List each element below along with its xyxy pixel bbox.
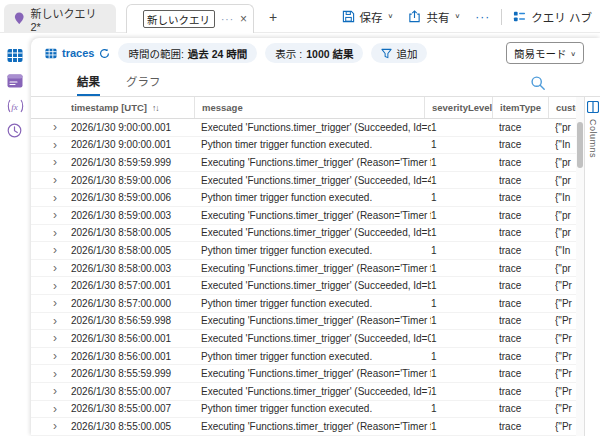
- refresh-icon[interactable]: [99, 48, 110, 59]
- column-header-customdimensions[interactable]: custor: [548, 97, 576, 118]
- query-hub-button[interactable]: クエリ ハブ: [509, 6, 596, 28]
- table-row[interactable]: ›2026/1/30 8:58:00.003Executing 'Functio…: [31, 260, 576, 278]
- row-expand-chevron-icon[interactable]: ›: [45, 139, 71, 151]
- column-header-timestamp[interactable]: timestamp [UTC] ↑↓: [71, 97, 201, 118]
- row-expand-chevron-icon[interactable]: ›: [45, 403, 71, 415]
- row-expand-chevron-icon[interactable]: ›: [45, 350, 71, 362]
- add-filter-pill[interactable]: 追加: [371, 43, 427, 63]
- table-row[interactable]: ›2026/1/30 8:59:59.999Executing 'Functio…: [31, 154, 576, 172]
- time-range-pill[interactable]: 時間の範囲: 過去 24 時間: [118, 43, 257, 63]
- row-expand-chevron-icon[interactable]: ›: [45, 174, 71, 186]
- cell-message: Executing 'Functions.timer_trigger' (Rea…: [201, 263, 431, 274]
- cell-timestamp: 2026/1/30 8:59:59.999: [71, 157, 201, 168]
- sort-arrows-icon[interactable]: ↑↓: [152, 103, 159, 113]
- source-table-selector[interactable]: traces: [45, 47, 110, 59]
- column-header-severitylevel[interactable]: severityLevel: [424, 97, 499, 118]
- column-header-message[interactable]: message: [194, 97, 431, 118]
- save-icon: [342, 10, 355, 23]
- cell-timestamp: 2026/1/30 9:00:00.001: [71, 122, 201, 133]
- search-results-icon[interactable]: [530, 75, 546, 91]
- table-row[interactable]: ›2026/1/30 8:55:00.007Executed 'Function…: [31, 383, 576, 401]
- table-row[interactable]: ›2026/1/30 8:55:00.005Executing 'Functio…: [31, 418, 576, 436]
- chevron-down-icon[interactable]: ∨: [388, 13, 394, 20]
- row-expand-chevron-icon[interactable]: ›: [45, 209, 71, 221]
- row-expand-chevron-icon[interactable]: ›: [45, 420, 71, 432]
- table-row[interactable]: ›2026/1/30 8:59:00.006Python timer trigg…: [31, 189, 576, 207]
- cell-timestamp: 2026/1/30 8:58:00.005: [71, 227, 201, 238]
- tab-rename-input[interactable]: [143, 10, 215, 28]
- table-row[interactable]: ›2026/1/30 8:56:00.001Python timer trigg…: [31, 348, 576, 366]
- chevron-down-icon[interactable]: ∨: [454, 13, 460, 20]
- cell-message: Executed 'Functions.timer_trigger' (Succ…: [201, 175, 431, 186]
- table-row[interactable]: ›2026/1/30 8:57:00.000Python timer trigg…: [31, 295, 576, 313]
- row-expand-chevron-icon[interactable]: ›: [45, 227, 71, 239]
- row-expand-chevron-icon[interactable]: ›: [45, 368, 71, 380]
- cell-severitylevel: 1: [431, 157, 499, 168]
- cell-timestamp: 2026/1/30 9:00:00.001: [71, 139, 201, 150]
- cell-itemtype: trace: [499, 403, 555, 414]
- save-button[interactable]: 保存 ∨: [338, 6, 398, 28]
- query-tab-2[interactable]: 新しいクエリ 2*: [4, 4, 116, 33]
- table-row[interactable]: ›2026/1/30 9:00:00.001Python timer trigg…: [31, 137, 576, 155]
- cell-severitylevel: 1: [431, 245, 499, 256]
- table-row[interactable]: ›2026/1/30 8:59:00.006Executed 'Function…: [31, 172, 576, 190]
- queries-pane-button[interactable]: [7, 74, 25, 92]
- cell-severitylevel: 1: [431, 280, 499, 291]
- row-expand-chevron-icon[interactable]: ›: [45, 192, 71, 204]
- add-filter-label: 追加: [396, 46, 417, 61]
- row-expand-chevron-icon[interactable]: ›: [45, 332, 71, 344]
- mode-dropdown[interactable]: 簡易モード ∨: [506, 42, 584, 64]
- table-row[interactable]: ›2026/1/30 8:58:00.005Python timer trigg…: [31, 242, 576, 260]
- cell-customdimensions: {"pr: [555, 157, 576, 168]
- more-commands-button[interactable]: ···: [471, 7, 494, 27]
- row-expand-chevron-icon[interactable]: ›: [45, 315, 71, 327]
- cell-severitylevel: 1: [431, 139, 499, 150]
- vertical-scrollbar[interactable]: [576, 97, 584, 436]
- table-row[interactable]: ›2026/1/30 8:59:00.003Executing 'Functio…: [31, 207, 576, 225]
- cell-message: Python timer trigger function executed.: [201, 351, 431, 362]
- row-expand-chevron-icon[interactable]: ›: [45, 280, 71, 292]
- row-limit-pill[interactable]: 表示 : 1000 結果: [265, 43, 363, 63]
- table-row[interactable]: ›2026/1/30 9:00:00.001Executed 'Function…: [31, 119, 576, 137]
- new-tab-button[interactable]: +: [262, 6, 284, 28]
- table-row[interactable]: ›2026/1/30 8:56:00.001Executed 'Function…: [31, 330, 576, 348]
- query-history-pane-button[interactable]: [7, 123, 25, 141]
- tab-close-icon[interactable]: ×: [240, 13, 247, 25]
- table-row[interactable]: ›2026/1/30 8:58:00.005Executed 'Function…: [31, 225, 576, 243]
- share-button[interactable]: 共有 ∨: [404, 6, 464, 28]
- columns-panel-toggle[interactable]: Columns: [584, 97, 600, 436]
- column-header-itemtype[interactable]: itemType: [492, 97, 555, 118]
- tab-chart[interactable]: グラフ: [126, 73, 161, 96]
- query-tab-1-active[interactable]: ··· ×: [126, 4, 254, 33]
- tab-results[interactable]: 結果: [77, 73, 100, 96]
- row-expand-chevron-icon[interactable]: ›: [45, 121, 71, 133]
- table-row[interactable]: ›2026/1/30 8:55:59.999Executing 'Functio…: [31, 365, 576, 383]
- cell-severitylevel: 1: [431, 368, 499, 379]
- save-label: 保存: [360, 9, 383, 25]
- cell-customdimensions: {"In: [555, 245, 576, 256]
- cell-customdimensions: {"In: [555, 139, 576, 150]
- row-expand-chevron-icon[interactable]: ›: [45, 156, 71, 168]
- table-row[interactable]: ›2026/1/30 8:56:59.998Executing 'Functio…: [31, 313, 576, 331]
- cell-timestamp: 2026/1/30 8:59:00.003: [71, 210, 201, 221]
- cell-customdimensions: {"Pr: [555, 315, 576, 326]
- cell-message: Executed 'Functions.timer_trigger' (Succ…: [201, 227, 431, 238]
- tab-more-icon[interactable]: ···: [221, 14, 234, 25]
- row-expand-chevron-icon[interactable]: ›: [45, 244, 71, 256]
- functions-pane-button[interactable]: fx: [7, 99, 25, 117]
- results-grid-body: ›2026/1/30 9:00:00.001Executed 'Function…: [31, 119, 576, 436]
- row-expand-chevron-icon[interactable]: ›: [45, 297, 71, 309]
- scrollbar-thumb[interactable]: [577, 122, 583, 168]
- cell-customdimensions: {"Pr: [555, 298, 576, 309]
- table-row[interactable]: ›2026/1/30 8:55:00.007Python timer trigg…: [31, 401, 576, 419]
- cell-timestamp: 2026/1/30 8:58:00.003: [71, 263, 201, 274]
- tables-pane-button[interactable]: [7, 48, 25, 66]
- row-expand-chevron-icon[interactable]: ›: [45, 262, 71, 274]
- time-range-value: 過去 24 時間: [188, 46, 248, 61]
- cell-customdimensions: {"Pr: [555, 386, 576, 397]
- row-expand-chevron-icon[interactable]: ›: [45, 385, 71, 397]
- cell-itemtype: trace: [499, 421, 555, 432]
- cell-severitylevel: 1: [431, 192, 499, 203]
- cell-message: Python timer trigger function executed.: [201, 403, 431, 414]
- table-row[interactable]: ›2026/1/30 8:57:00.001Executed 'Function…: [31, 277, 576, 295]
